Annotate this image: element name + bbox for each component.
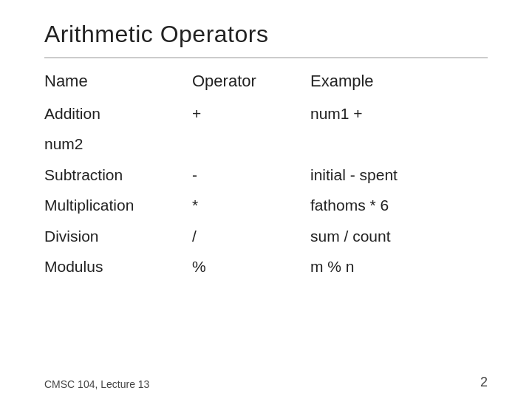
cell-name-5: Modulus <box>44 256 192 277</box>
slide-title: Arithmetic Operators <box>44 21 488 48</box>
header-operator: Operator <box>192 72 310 91</box>
cell-ex-0: num1 + <box>310 103 502 124</box>
footer-page-number: 2 <box>480 375 488 390</box>
cell-ex-4: sum / count <box>310 225 502 247</box>
cell-op-5: % <box>192 256 310 277</box>
table-row: Modulus % m % n <box>44 251 488 282</box>
cell-op-0: + <box>192 103 310 124</box>
cell-ex-3: fathoms * 6 <box>310 194 502 216</box>
table-row: Division / sum / count <box>44 221 488 251</box>
cell-name-0: Addition <box>44 103 192 124</box>
slide-footer: CMSC 104, Lecture 13 2 <box>0 369 532 399</box>
cell-ex-5: m % n <box>310 256 502 277</box>
cell-name-3: Multiplication <box>44 194 192 216</box>
cell-op-1 <box>192 133 310 154</box>
cell-name-4: Division <box>44 225 192 247</box>
table-row: Subtraction - initial - spent <box>44 160 488 190</box>
footer-course-info: CMSC 104, Lecture 13 <box>44 378 149 390</box>
table-row: num2 <box>44 129 488 159</box>
header-example: Example <box>310 72 502 91</box>
cell-ex-2: initial - spent <box>310 164 502 185</box>
content-table: Name Operator Example Addition + num1 + … <box>0 58 532 369</box>
cell-ex-1 <box>310 133 502 154</box>
header-name: Name <box>44 72 192 91</box>
table-body: Addition + num1 + num2 Subtraction - ini… <box>44 98 488 282</box>
slide: Arithmetic Operators Name Operator Examp… <box>0 0 532 399</box>
table-header-row: Name Operator Example <box>44 72 488 91</box>
cell-op-2: - <box>192 164 310 185</box>
table-row: Multiplication * fathoms * 6 <box>44 190 488 220</box>
title-section: Arithmetic Operators <box>0 0 532 57</box>
cell-name-1: num2 <box>44 133 192 154</box>
cell-op-3: * <box>192 194 310 216</box>
table-row: Addition + num1 + <box>44 98 488 129</box>
cell-op-4: / <box>192 225 310 247</box>
cell-name-2: Subtraction <box>44 164 192 185</box>
